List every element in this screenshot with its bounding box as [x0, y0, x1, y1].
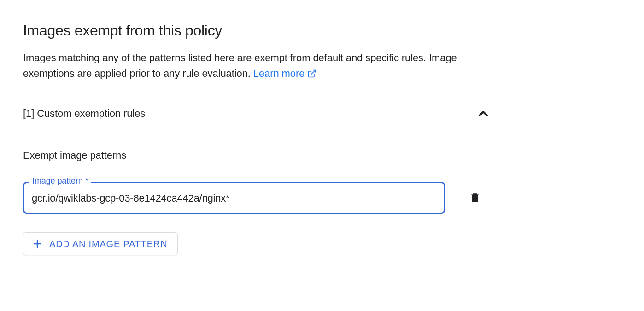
- learn-more-text: Learn more: [253, 66, 305, 81]
- custom-rules-title: [1] Custom exemption rules: [23, 108, 145, 120]
- chevron-up-icon: [476, 106, 491, 121]
- external-link-icon: [307, 69, 316, 78]
- image-pattern-input[interactable]: [23, 182, 445, 214]
- exempt-patterns-title: Exempt image patterns: [23, 150, 484, 161]
- pattern-input-row: Image pattern *: [23, 182, 484, 214]
- add-pattern-label: ADD AN IMAGE PATTERN: [49, 239, 167, 249]
- image-pattern-label: Image pattern *: [29, 176, 91, 186]
- image-pattern-field-wrapper: Image pattern *: [23, 182, 445, 214]
- learn-more-link[interactable]: Learn more: [253, 66, 317, 82]
- custom-exemption-rules-toggle[interactable]: [1] Custom exemption rules: [23, 106, 491, 121]
- delete-pattern-button[interactable]: [466, 189, 484, 207]
- trash-icon: [469, 191, 481, 205]
- svg-line-0: [311, 70, 316, 75]
- plus-icon: [32, 238, 43, 249]
- description-text: Images matching any of the patterns list…: [23, 52, 457, 79]
- section-description: Images matching any of the patterns list…: [23, 50, 484, 82]
- section-title: Images exempt from this policy: [23, 22, 484, 39]
- add-image-pattern-button[interactable]: ADD AN IMAGE PATTERN: [23, 232, 178, 255]
